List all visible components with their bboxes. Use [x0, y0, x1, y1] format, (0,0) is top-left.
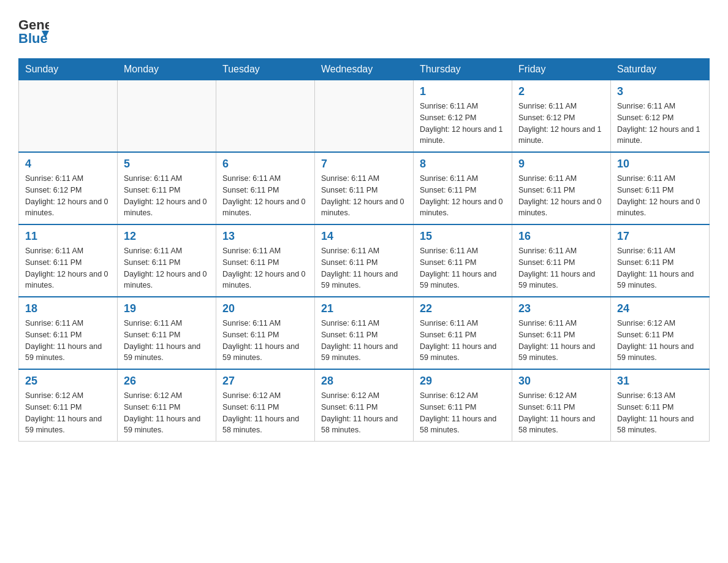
- calendar-cell: [118, 80, 216, 153]
- calendar-cell: 28Sunrise: 6:12 AMSunset: 6:11 PMDayligh…: [315, 369, 414, 442]
- day-number: 30: [518, 375, 604, 388]
- day-number: 5: [124, 158, 210, 170]
- day-number: 14: [321, 230, 407, 243]
- day-number: 6: [222, 158, 308, 170]
- calendar-cell: 2Sunrise: 6:11 AMSunset: 6:12 PMDaylight…: [512, 80, 611, 153]
- calendar-week-row: 25Sunrise: 6:12 AMSunset: 6:11 PMDayligh…: [19, 369, 710, 442]
- calendar-cell: 14Sunrise: 6:11 AMSunset: 6:11 PMDayligh…: [315, 224, 414, 297]
- weekday-header-saturday: Saturday: [611, 59, 710, 80]
- day-number: 26: [124, 375, 210, 388]
- day-number: 20: [222, 302, 308, 315]
- calendar-cell: 22Sunrise: 6:11 AMSunset: 6:11 PMDayligh…: [414, 297, 512, 369]
- day-info: Sunrise: 6:11 AMSunset: 6:12 PMDaylight:…: [420, 101, 506, 147]
- day-info: Sunrise: 6:11 AMSunset: 6:11 PMDaylight:…: [222, 173, 308, 219]
- day-number: 7: [321, 158, 407, 170]
- calendar-cell: 3Sunrise: 6:11 AMSunset: 6:12 PMDaylight…: [611, 80, 710, 153]
- day-number: 10: [617, 158, 703, 170]
- calendar-cell: 17Sunrise: 6:11 AMSunset: 6:11 PMDayligh…: [611, 224, 710, 297]
- day-number: 16: [518, 230, 604, 243]
- day-info: Sunrise: 6:11 AMSunset: 6:11 PMDaylight:…: [617, 245, 703, 291]
- day-info: Sunrise: 6:11 AMSunset: 6:11 PMDaylight:…: [518, 245, 604, 291]
- calendar-cell: 23Sunrise: 6:11 AMSunset: 6:11 PMDayligh…: [512, 297, 611, 369]
- day-number: 4: [25, 158, 111, 170]
- day-info: Sunrise: 6:11 AMSunset: 6:11 PMDaylight:…: [222, 245, 308, 291]
- calendar-cell: [216, 80, 315, 153]
- day-info: Sunrise: 6:11 AMSunset: 6:11 PMDaylight:…: [124, 173, 210, 219]
- calendar-cell: 20Sunrise: 6:11 AMSunset: 6:11 PMDayligh…: [216, 297, 315, 369]
- day-number: 18: [25, 302, 111, 315]
- day-number: 19: [124, 302, 210, 315]
- day-info: Sunrise: 6:11 AMSunset: 6:11 PMDaylight:…: [420, 173, 506, 219]
- calendar-cell: 26Sunrise: 6:12 AMSunset: 6:11 PMDayligh…: [118, 369, 216, 442]
- day-number: 2: [518, 85, 604, 98]
- day-info: Sunrise: 6:11 AMSunset: 6:11 PMDaylight:…: [321, 173, 407, 219]
- weekday-header-friday: Friday: [512, 59, 611, 80]
- day-info: Sunrise: 6:12 AMSunset: 6:11 PMDaylight:…: [222, 390, 308, 436]
- calendar-cell: 31Sunrise: 6:13 AMSunset: 6:11 PMDayligh…: [611, 369, 710, 442]
- weekday-header-row: SundayMondayTuesdayWednesdayThursdayFrid…: [19, 59, 710, 80]
- calendar-cell: 27Sunrise: 6:12 AMSunset: 6:11 PMDayligh…: [216, 369, 315, 442]
- day-info: Sunrise: 6:12 AMSunset: 6:11 PMDaylight:…: [25, 390, 111, 436]
- day-info: Sunrise: 6:12 AMSunset: 6:11 PMDaylight:…: [420, 390, 506, 436]
- day-info: Sunrise: 6:11 AMSunset: 6:12 PMDaylight:…: [617, 101, 703, 147]
- day-info: Sunrise: 6:11 AMSunset: 6:12 PMDaylight:…: [518, 101, 604, 147]
- day-info: Sunrise: 6:11 AMSunset: 6:11 PMDaylight:…: [321, 245, 407, 291]
- day-info: Sunrise: 6:13 AMSunset: 6:11 PMDaylight:…: [617, 390, 703, 436]
- day-info: Sunrise: 6:11 AMSunset: 6:11 PMDaylight:…: [617, 173, 703, 219]
- day-number: 23: [518, 302, 604, 315]
- day-info: Sunrise: 6:12 AMSunset: 6:11 PMDaylight:…: [124, 390, 210, 436]
- day-info: Sunrise: 6:12 AMSunset: 6:11 PMDaylight:…: [518, 390, 604, 436]
- calendar-cell: 29Sunrise: 6:12 AMSunset: 6:11 PMDayligh…: [414, 369, 512, 442]
- day-info: Sunrise: 6:11 AMSunset: 6:11 PMDaylight:…: [321, 318, 407, 364]
- day-info: Sunrise: 6:11 AMSunset: 6:11 PMDaylight:…: [25, 318, 111, 364]
- day-number: 1: [420, 85, 506, 98]
- calendar-cell: 4Sunrise: 6:11 AMSunset: 6:12 PMDaylight…: [19, 152, 118, 224]
- day-info: Sunrise: 6:11 AMSunset: 6:11 PMDaylight:…: [420, 245, 506, 291]
- day-number: 8: [420, 158, 506, 170]
- day-info: Sunrise: 6:11 AMSunset: 6:11 PMDaylight:…: [124, 318, 210, 364]
- calendar-cell: [19, 80, 118, 153]
- day-info: Sunrise: 6:11 AMSunset: 6:11 PMDaylight:…: [25, 245, 111, 291]
- calendar-cell: 30Sunrise: 6:12 AMSunset: 6:11 PMDayligh…: [512, 369, 611, 442]
- day-number: 13: [222, 230, 308, 243]
- day-number: 3: [617, 85, 703, 98]
- calendar-week-row: 11Sunrise: 6:11 AMSunset: 6:11 PMDayligh…: [19, 224, 710, 297]
- day-number: 28: [321, 375, 407, 388]
- calendar-week-row: 1Sunrise: 6:11 AMSunset: 6:12 PMDaylight…: [19, 80, 710, 153]
- logo-icon: General Blue: [18, 12, 49, 46]
- weekday-header-tuesday: Tuesday: [216, 59, 315, 80]
- day-info: Sunrise: 6:12 AMSunset: 6:11 PMDaylight:…: [321, 390, 407, 436]
- calendar-cell: 19Sunrise: 6:11 AMSunset: 6:11 PMDayligh…: [118, 297, 216, 369]
- day-number: 24: [617, 302, 703, 315]
- calendar-cell: 25Sunrise: 6:12 AMSunset: 6:11 PMDayligh…: [19, 369, 118, 442]
- weekday-header-sunday: Sunday: [19, 59, 118, 80]
- day-info: Sunrise: 6:11 AMSunset: 6:11 PMDaylight:…: [518, 318, 604, 364]
- weekday-header-monday: Monday: [118, 59, 216, 80]
- day-number: 12: [124, 230, 210, 243]
- logo: General Blue: [18, 12, 49, 46]
- calendar-cell: 21Sunrise: 6:11 AMSunset: 6:11 PMDayligh…: [315, 297, 414, 369]
- calendar-cell: 12Sunrise: 6:11 AMSunset: 6:11 PMDayligh…: [118, 224, 216, 297]
- day-number: 15: [420, 230, 506, 243]
- day-number: 27: [222, 375, 308, 388]
- weekday-header-thursday: Thursday: [414, 59, 512, 80]
- weekday-header-wednesday: Wednesday: [315, 59, 414, 80]
- calendar-cell: 5Sunrise: 6:11 AMSunset: 6:11 PMDaylight…: [118, 152, 216, 224]
- calendar-cell: 11Sunrise: 6:11 AMSunset: 6:11 PMDayligh…: [19, 224, 118, 297]
- day-number: 22: [420, 302, 506, 315]
- calendar-cell: 24Sunrise: 6:12 AMSunset: 6:11 PMDayligh…: [611, 297, 710, 369]
- day-info: Sunrise: 6:11 AMSunset: 6:12 PMDaylight:…: [25, 173, 111, 219]
- day-number: 21: [321, 302, 407, 315]
- calendar-week-row: 18Sunrise: 6:11 AMSunset: 6:11 PMDayligh…: [19, 297, 710, 369]
- calendar-week-row: 4Sunrise: 6:11 AMSunset: 6:12 PMDaylight…: [19, 152, 710, 224]
- calendar-cell: 10Sunrise: 6:11 AMSunset: 6:11 PMDayligh…: [611, 152, 710, 224]
- day-info: Sunrise: 6:12 AMSunset: 6:11 PMDaylight:…: [617, 318, 703, 364]
- calendar-cell: 16Sunrise: 6:11 AMSunset: 6:11 PMDayligh…: [512, 224, 611, 297]
- day-number: 29: [420, 375, 506, 388]
- day-info: Sunrise: 6:11 AMSunset: 6:11 PMDaylight:…: [518, 173, 604, 219]
- day-number: 9: [518, 158, 604, 170]
- calendar-cell: [315, 80, 414, 153]
- calendar-cell: 7Sunrise: 6:11 AMSunset: 6:11 PMDaylight…: [315, 152, 414, 224]
- page-header: General Blue: [18, 12, 710, 46]
- day-number: 31: [617, 375, 703, 388]
